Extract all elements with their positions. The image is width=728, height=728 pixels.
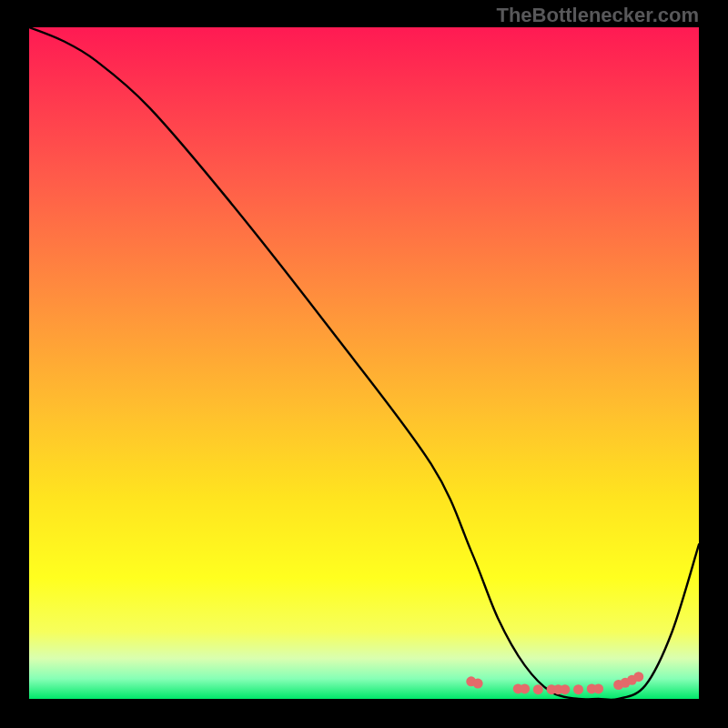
- marker-dot: [473, 679, 483, 689]
- marker-dot: [593, 683, 603, 693]
- chart-canvas: TheBottlenecker.com: [0, 0, 728, 728]
- marker-dot: [520, 683, 530, 693]
- plot-area: [29, 27, 699, 699]
- marker-dot: [533, 684, 543, 694]
- marker-dot: [573, 684, 583, 694]
- watermark-text: TheBottlenecker.com: [496, 4, 699, 27]
- bottleneck-curve: [29, 27, 699, 699]
- marker-dot: [560, 684, 570, 694]
- curve-layer: [29, 27, 699, 699]
- marker-dot: [633, 672, 643, 682]
